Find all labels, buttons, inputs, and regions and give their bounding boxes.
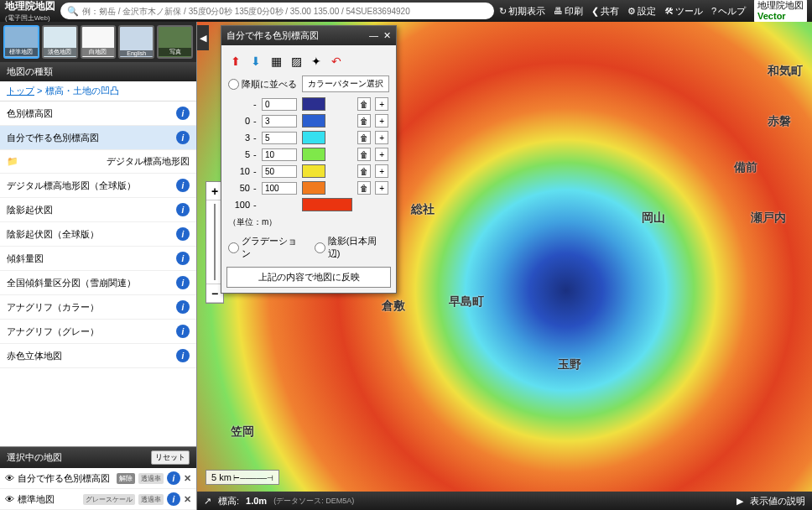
tool-button[interactable]: 🛠ツール bbox=[664, 5, 703, 18]
reset-icon: ↻ bbox=[499, 6, 507, 17]
info-icon[interactable]: i bbox=[176, 107, 190, 120]
color-swatch[interactable] bbox=[302, 164, 325, 178]
layer-item-10[interactable]: 赤色立体地図i bbox=[0, 344, 196, 368]
elev-input[interactable] bbox=[262, 165, 297, 178]
wrench-icon: 🛠 bbox=[664, 6, 674, 16]
search-box[interactable]: 🔍 bbox=[60, 3, 494, 19]
color-swatch[interactable] bbox=[302, 181, 325, 195]
print-button[interactable]: 🖶印刷 bbox=[554, 5, 583, 18]
delete-row-button[interactable]: 🗑 bbox=[357, 114, 371, 128]
add-row-button[interactable]: + bbox=[375, 148, 388, 161]
layer-item-0[interactable]: 色別標高図i bbox=[0, 101, 196, 126]
legend-link[interactable]: 表示値の説明 bbox=[750, 495, 805, 507]
info-icon[interactable]: i bbox=[176, 349, 190, 362]
basemap-0[interactable]: 標準地図 bbox=[3, 25, 39, 59]
logo-title: 地理院地図 bbox=[5, 0, 55, 12]
upload-icon[interactable]: ⬆ bbox=[228, 54, 243, 69]
info-icon[interactable]: i bbox=[176, 300, 190, 314]
info-icon[interactable]: i bbox=[176, 131, 190, 144]
download-icon[interactable]: ⬇ bbox=[248, 54, 263, 69]
elev-input[interactable] bbox=[262, 115, 297, 128]
basemap-1[interactable]: 淡色地図 bbox=[42, 25, 78, 59]
layer-item-4[interactable]: 陰影起伏図i bbox=[0, 198, 196, 222]
remove-icon[interactable]: ✕ bbox=[184, 494, 191, 505]
color-swatch[interactable] bbox=[302, 97, 325, 111]
settings-button[interactable]: ⚙設定 bbox=[627, 5, 656, 18]
layer-item-5[interactable]: 陰影起伏図（全球版）i bbox=[0, 222, 196, 247]
wand-icon[interactable]: ✦ bbox=[309, 54, 324, 69]
info-icon[interactable]: i bbox=[176, 203, 190, 216]
layer-item-9[interactable]: アナグリフ（グレー）i bbox=[0, 320, 196, 344]
elev-input[interactable] bbox=[262, 98, 297, 111]
color-pattern-button[interactable]: カラーパターン選択 bbox=[302, 75, 389, 92]
add-row-button[interactable]: + bbox=[375, 97, 388, 111]
share-button[interactable]: ❮共有 bbox=[591, 5, 619, 18]
visibility-icon[interactable]: 👁 bbox=[5, 494, 14, 504]
elev-input[interactable] bbox=[262, 182, 297, 195]
add-row-button[interactable]: + bbox=[375, 164, 388, 178]
cube-add-icon[interactable]: ▦ bbox=[268, 54, 284, 69]
color-swatch[interactable] bbox=[302, 114, 325, 128]
breadcrumb-top[interactable]: トップ bbox=[7, 86, 34, 96]
vector-button[interactable]: 地理院地図Vector bbox=[754, 0, 807, 23]
action-btn-1[interactable]: グレースケール bbox=[83, 494, 135, 505]
map-area[interactable]: 和気町赤磐備前総社岡山瀬戸内早島町倉敷玉野笠岡 ◀ 自分で作る色別標高図 — ✕… bbox=[197, 22, 812, 510]
undo-icon[interactable]: ↶ bbox=[329, 54, 344, 69]
info-icon[interactable]: i bbox=[176, 179, 190, 192]
color-swatch[interactable] bbox=[302, 148, 325, 161]
help-icon: ? bbox=[711, 6, 716, 16]
info-icon[interactable]: i bbox=[167, 471, 180, 485]
layer-item-1[interactable]: 自分で作る色別標高図i bbox=[0, 126, 196, 150]
shadow-radio[interactable]: 陰影(日本周辺) bbox=[315, 235, 389, 260]
color-swatch[interactable] bbox=[302, 131, 325, 144]
crosshair-icon[interactable]: ↗ bbox=[204, 496, 211, 507]
layer-item-8[interactable]: アナグリフ（カラー）i bbox=[0, 295, 196, 320]
elev-label: 標高: bbox=[218, 495, 239, 507]
search-icon: 🔍 bbox=[67, 6, 79, 17]
basemap-3[interactable]: English bbox=[118, 25, 154, 59]
collapse-sidebar-button[interactable]: ◀ bbox=[197, 25, 209, 50]
map-place-label: 岡山 bbox=[642, 211, 665, 226]
color-swatch[interactable] bbox=[302, 198, 352, 211]
reset-button[interactable]: リセット bbox=[151, 450, 190, 465]
info-icon[interactable]: i bbox=[167, 492, 180, 506]
add-row-button[interactable]: + bbox=[375, 114, 388, 128]
action-btn-1[interactable]: 解除 bbox=[117, 473, 135, 484]
info-icon[interactable]: i bbox=[176, 227, 190, 241]
info-icon[interactable]: i bbox=[176, 276, 190, 289]
delete-row-button[interactable]: 🗑 bbox=[357, 97, 371, 111]
gradation-radio[interactable]: グラデーション bbox=[228, 235, 306, 260]
apply-button[interactable]: 上記の内容で地図に反映 bbox=[226, 267, 391, 288]
layer-item-6[interactable]: 傾斜量図i bbox=[0, 247, 196, 271]
elev-input[interactable] bbox=[262, 132, 297, 144]
remove-icon[interactable]: ✕ bbox=[184, 473, 191, 484]
help-button[interactable]: ?ヘルプ bbox=[711, 5, 746, 18]
add-row-button[interactable]: + bbox=[375, 181, 388, 195]
close-icon[interactable]: ✕ bbox=[383, 30, 391, 41]
info-icon[interactable]: i bbox=[176, 325, 190, 338]
cube-remove-icon[interactable]: ▨ bbox=[289, 54, 304, 69]
sidebar: 標準地図淡色地図白地図English写真 地図の種類 トップ > 標高・土地の凹… bbox=[0, 22, 197, 510]
reset-view-button[interactable]: ↻初期表示 bbox=[499, 5, 545, 18]
basemap-2[interactable]: 白地図 bbox=[81, 25, 117, 59]
opacity-btn[interactable]: 透過率 bbox=[138, 494, 164, 505]
map-place-label: 瀬戸内 bbox=[751, 211, 786, 226]
opacity-btn[interactable]: 透過率 bbox=[138, 473, 164, 484]
info-icon[interactable]: i bbox=[176, 252, 190, 265]
delete-row-button[interactable]: 🗑 bbox=[357, 164, 371, 178]
layer-item-3[interactable]: デジタル標高地形図（全球版）i bbox=[0, 174, 196, 198]
delete-row-button[interactable]: 🗑 bbox=[357, 148, 371, 161]
minimize-icon[interactable]: — bbox=[369, 30, 378, 41]
search-input[interactable] bbox=[82, 7, 487, 16]
layer-item-7[interactable]: 全国傾斜量区分図（雪崩関連）i bbox=[0, 271, 196, 295]
delete-row-button[interactable]: 🗑 bbox=[357, 181, 371, 195]
basemap-4[interactable]: 写真 bbox=[157, 25, 193, 59]
status-bar: ↗ 標高: 1.0m (データソース: DEM5A) ▶ 表示値の説明 bbox=[197, 492, 812, 510]
elev-input[interactable] bbox=[262, 148, 297, 161]
visibility-icon[interactable]: 👁 bbox=[5, 473, 14, 483]
layer-item-2[interactable]: デジタル標高地形図 bbox=[0, 150, 196, 174]
delete-row-button[interactable]: 🗑 bbox=[357, 131, 371, 144]
add-row-button[interactable]: + bbox=[375, 131, 388, 144]
panel-header[interactable]: 自分で作る色別標高図 — ✕ bbox=[221, 26, 396, 45]
sort-desc-radio[interactable]: 降順に並べる bbox=[228, 78, 297, 91]
